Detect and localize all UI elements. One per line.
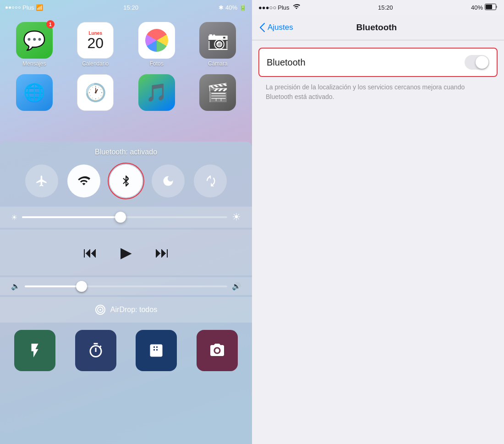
battery-pct-right: 40% — [471, 4, 483, 11]
quick-icons-row — [0, 324, 252, 377]
signal-dot-2 — [9, 6, 11, 9]
homescreen: 💬 1 Mensajes Lunes 20 Calendario Fotos 📷… — [0, 15, 252, 120]
bluetooth-row: Bluetooth — [258, 48, 498, 77]
carrier-left: Plus — [22, 4, 34, 11]
brightness-slider-row: ☀ ☀ — [0, 207, 252, 228]
app-icon-messages[interactable]: 💬 1 — [16, 22, 53, 59]
timer-button[interactable] — [75, 330, 116, 371]
nav-bar: Ajustes Bluetooth — [252, 15, 504, 40]
bluetooth-description: La precisión de la localización y los se… — [258, 81, 498, 102]
brightness-low-icon: ☀ — [11, 213, 17, 222]
app-icon-camera[interactable]: 📷 — [199, 22, 236, 59]
media-section: ⏮ ▶ ⏭ — [0, 230, 252, 275]
app-calendar[interactable]: Lunes 20 Calendario — [67, 22, 125, 67]
app-label-photos: Fotos — [150, 60, 164, 67]
airdrop-label: AirDrop: todos — [110, 306, 157, 314]
app-label-calendar: Calendario — [82, 60, 109, 67]
wifi-icon-right — [293, 4, 300, 11]
airdrop-row[interactable]: AirDrop: todos — [0, 297, 252, 323]
app-icon-misc2[interactable]: 🎵 — [138, 74, 175, 111]
calculator-icon — [148, 342, 164, 359]
timer-icon — [88, 342, 104, 359]
volume-low-icon: 🔈 — [11, 282, 20, 291]
control-center: Bluetooth: activado ☀ — [0, 142, 252, 444]
airdrop-icon — [95, 304, 106, 315]
back-chevron-icon — [259, 23, 265, 32]
app-icon-misc3[interactable]: 🎬 — [199, 74, 236, 111]
page-title: Bluetooth — [356, 22, 397, 33]
time-left: 15:20 — [123, 4, 138, 11]
svg-point-2 — [99, 309, 101, 311]
volume-high-icon: 🔊 — [232, 282, 241, 291]
svg-rect-5 — [486, 5, 492, 9]
svg-point-3 — [215, 349, 219, 353]
rotation-lock-button[interactable] — [194, 164, 227, 197]
photos-wheel-icon — [145, 29, 168, 52]
app-camera[interactable]: 📷 Cámara — [189, 22, 247, 67]
wifi-button[interactable] — [67, 164, 100, 197]
right-panel: ●●●○○ Plus 15:20 40% Ajustes Bluetooth — [252, 0, 504, 444]
app-icon-photos[interactable] — [138, 22, 175, 59]
bluetooth-status-label: Bluetooth: activado — [0, 142, 252, 161]
signal-dot-1 — [5, 6, 8, 9]
flashlight-icon — [27, 342, 43, 359]
signal-dots — [5, 6, 21, 9]
status-bar-right: ●●●○○ Plus 15:20 40% — [252, 0, 504, 15]
bt-status-icon: ✱ — [219, 4, 224, 11]
volume-track[interactable] — [25, 285, 227, 287]
battery-left: 40% — [225, 4, 237, 11]
toggle-row — [0, 161, 252, 205]
app-misc3[interactable]: 🎬 — [189, 74, 247, 113]
brightness-fill — [22, 216, 121, 218]
app-photos[interactable]: Fotos — [128, 22, 186, 67]
airplane-mode-button[interactable] — [25, 164, 58, 197]
settings-section: Bluetooth La precisión de la localizació… — [252, 40, 504, 105]
flashlight-button[interactable] — [14, 330, 55, 371]
badge-messages: 1 — [46, 20, 55, 28]
signal-dot-5 — [18, 6, 21, 9]
rewind-button[interactable]: ⏮ — [83, 244, 98, 261]
brightness-high-icon: ☀ — [232, 211, 241, 223]
app-label-camera: Cámara — [208, 60, 228, 67]
app-icon-misc1[interactable]: 🌐 — [16, 74, 53, 111]
signal-indicator-right: ●●●○○ — [258, 4, 276, 11]
wifi-icon-left: 📶 — [36, 4, 43, 11]
calculator-button[interactable] — [136, 330, 177, 371]
brightness-track[interactable] — [22, 216, 227, 218]
app-messages[interactable]: 💬 1 Mensajes — [5, 22, 63, 67]
app-misc1[interactable]: 🌐 — [5, 74, 63, 113]
app-misc2[interactable]: 🎵 — [128, 74, 186, 113]
app-label-messages: Mensajes — [22, 60, 46, 67]
battery-icon-right — [485, 4, 498, 11]
battery-icon-left: 🔋 — [239, 4, 247, 11]
status-bar-left: Plus 📶 15:20 ✱ 40% 🔋 — [0, 0, 252, 15]
app-icon-calendar[interactable]: Lunes 20 — [77, 22, 114, 59]
fast-forward-button[interactable]: ⏭ — [155, 244, 170, 261]
back-label: Ajustes — [268, 23, 293, 32]
volume-thumb[interactable] — [76, 281, 87, 292]
signal-dot-4 — [15, 6, 17, 9]
signal-dot-3 — [12, 6, 14, 9]
status-right-left: ✱ 40% 🔋 — [219, 4, 247, 11]
brightness-thumb[interactable] — [115, 212, 126, 223]
instant-camera-icon — [209, 342, 225, 359]
time-right: 15:20 — [378, 4, 393, 11]
volume-slider-row: 🔈 🔊 — [0, 277, 252, 295]
app-clock[interactable]: 🕐 — [67, 74, 125, 113]
instant-camera-button[interactable] — [197, 330, 238, 371]
volume-fill — [25, 285, 82, 287]
status-left: Plus 📶 — [5, 4, 43, 11]
bluetooth-highlight — [108, 163, 144, 199]
status-r-left: ●●●○○ Plus — [258, 4, 300, 11]
bluetooth-row-label: Bluetooth — [267, 57, 306, 68]
do-not-disturb-button[interactable] — [152, 164, 185, 197]
play-button[interactable]: ▶ — [121, 244, 132, 261]
battery-outline — [485, 4, 498, 10]
left-panel: Plus 📶 15:20 ✱ 40% 🔋 💬 1 Mensajes Lunes … — [0, 0, 252, 444]
app-icon-clock[interactable]: 🕐 — [77, 74, 114, 111]
bluetooth-button[interactable] — [110, 164, 142, 197]
toggle-thumb — [476, 56, 488, 69]
carrier-right: Plus — [278, 4, 289, 11]
bluetooth-toggle[interactable] — [465, 55, 489, 70]
back-button[interactable]: Ajustes — [259, 23, 293, 32]
